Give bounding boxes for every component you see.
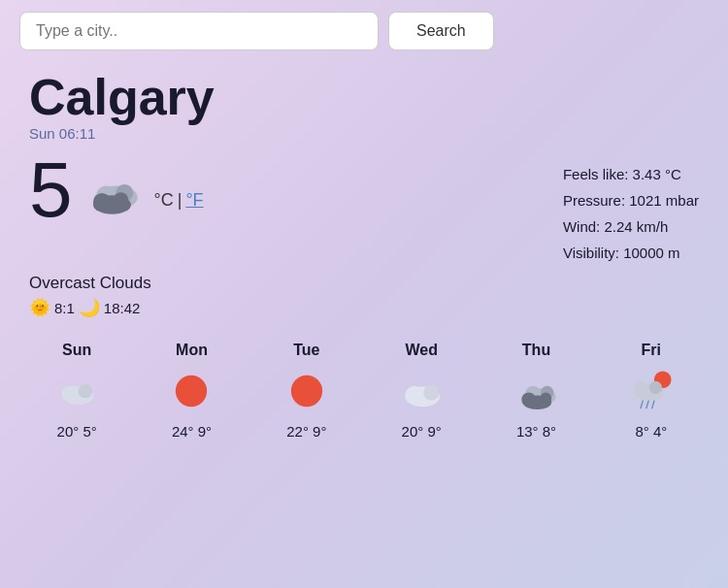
pressure: Pressure: 1021 mbar — [563, 187, 699, 213]
forecast-day: Tue 22° 9° — [249, 342, 364, 440]
svg-point-22 — [633, 382, 648, 398]
forecast-day-name: Tue — [293, 342, 319, 359]
sun-times: 🌞 8:1 🌙 18:42 — [29, 297, 699, 318]
forecast-day: Mon 24° 9° — [134, 342, 248, 440]
temp-section: 5 °C | °F — [29, 151, 204, 229]
forecast-day: Sun 20° 5° — [19, 342, 134, 440]
feels-like: Feels like: 3.43 °C — [563, 161, 699, 187]
weather-icon-main — [84, 173, 143, 215]
svg-point-5 — [114, 192, 128, 207]
sunrise-icon: 🌞 — [29, 297, 50, 318]
forecast-temp: 13° 8° — [516, 423, 556, 440]
weather-main: 5 °C | °F Feels like: 3.43 °C Pressure: … — [0, 151, 728, 266]
temperature-value: 5 — [29, 151, 73, 229]
svg-point-9 — [176, 376, 207, 407]
wind: Wind: 2.24 km/h — [563, 213, 699, 240]
svg-point-10 — [291, 376, 322, 407]
forecast-day: Thu 13° 8° — [479, 342, 593, 440]
visibility: Visibility: 10000 m — [563, 240, 699, 266]
search-button[interactable]: Search — [388, 12, 494, 50]
forecast-day-name: Thu — [522, 342, 550, 359]
forecast-temp: 20° 9° — [402, 423, 442, 440]
svg-line-25 — [646, 401, 648, 408]
search-input[interactable] — [19, 12, 379, 50]
forecast-temp: 20° 5° — [57, 423, 97, 440]
svg-point-12 — [405, 386, 423, 405]
temp-unit: °C | °F — [154, 190, 204, 211]
forecast-day-name: Mon — [176, 342, 208, 359]
sunrise-time: 8:1 — [54, 300, 75, 316]
svg-point-4 — [93, 193, 111, 211]
celsius-label: °C — [154, 190, 174, 211]
search-bar: Search — [0, 0, 728, 62]
forecast-day-name: Wed — [405, 342, 437, 359]
svg-point-8 — [79, 384, 93, 399]
svg-line-26 — [652, 401, 654, 408]
fahrenheit-toggle[interactable]: °F — [185, 190, 203, 211]
forecast-icon-cloud-dark — [514, 367, 557, 415]
description-section: Overcast Clouds 🌞 8:1 🌙 18:42 — [0, 266, 728, 318]
svg-line-24 — [641, 401, 643, 408]
forecast-icon-sun-red — [285, 367, 328, 415]
svg-point-19 — [541, 393, 552, 405]
moon-icon: 🌙 — [79, 297, 100, 318]
forecast-icon-rain-sun — [630, 367, 673, 415]
forecast-icon-cloud-light — [55, 367, 98, 415]
weather-details: Feels like: 3.43 °C Pressure: 1021 mbar … — [563, 161, 699, 266]
forecast-temp: 8° 4° — [635, 423, 667, 440]
forecast-icon-sun-red — [170, 367, 213, 415]
city-section: Calgary Sun 06:11 — [0, 62, 728, 142]
forecast-icon-cloud-white — [400, 367, 443, 415]
city-name: Calgary — [29, 70, 699, 125]
forecast-day: Fri 8° 4° — [594, 342, 709, 440]
city-time: Sun 06:11 — [29, 125, 699, 142]
weather-description: Overcast Clouds — [29, 274, 699, 293]
forecast-grid: Sun 20° 5° Mon 24° 9° Tue 22° 9° Wed 20 — [19, 342, 709, 440]
forecast-temp: 22° 9° — [286, 423, 326, 440]
forecast-day: Wed 20° 9° — [364, 342, 479, 440]
svg-point-7 — [62, 386, 78, 402]
svg-point-18 — [522, 393, 537, 408]
svg-point-13 — [423, 385, 439, 401]
forecast-temp: 24° 9° — [172, 423, 212, 440]
forecast-day-name: Fri — [642, 342, 661, 359]
sunset-time: 18:42 — [104, 300, 141, 316]
svg-point-23 — [649, 381, 662, 394]
forecast-section: Sun 20° 5° Mon 24° 9° Tue 22° 9° Wed 20 — [0, 318, 728, 449]
forecast-day-name: Sun — [62, 342, 91, 359]
unit-separator: | — [178, 190, 182, 211]
